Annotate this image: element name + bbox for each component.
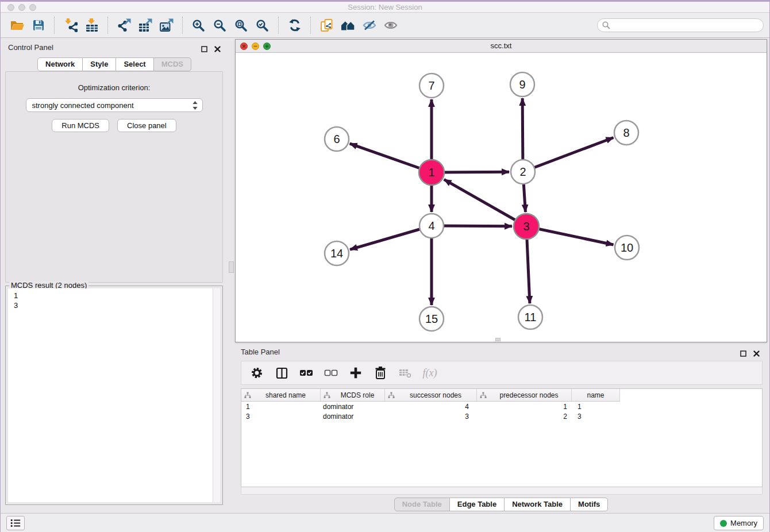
create-column-plus-icon[interactable] [348, 365, 363, 380]
delete-column-trash-icon[interactable] [373, 365, 388, 380]
delete-table-icon[interactable] [398, 365, 413, 380]
status-bar: Memory [1, 513, 769, 532]
optimization-criterion-label: Optimization criterion: [6, 83, 222, 92]
graph-edge-3-1[interactable] [444, 179, 526, 226]
zoom-in-icon[interactable] [188, 15, 209, 36]
network-canvas[interactable]: 7968124314101511 [236, 53, 767, 342]
network-window-titlebar[interactable]: scc.txt [236, 40, 767, 53]
table-row[interactable]: 3 dominator 3 2 3 [241, 411, 762, 421]
graph-edge-2-8[interactable] [523, 137, 614, 172]
tab-style[interactable]: Style [83, 57, 116, 71]
toolbar-separator [107, 17, 108, 34]
table-horizontal-scrollbar[interactable] [241, 487, 763, 495]
graph-node-9[interactable] [510, 72, 534, 97]
graph-node-3[interactable] [514, 214, 539, 239]
graph-node-6[interactable] [325, 127, 349, 151]
show-all-networks-icon[interactable] [337, 15, 359, 36]
graph-node-4[interactable] [419, 214, 444, 238]
cell-successor-nodes[interactable]: 3 [385, 413, 477, 421]
close-panel-button[interactable]: Close panel [117, 119, 176, 132]
function-builder-icon[interactable]: f(x) [422, 365, 437, 380]
save-session-icon[interactable] [28, 15, 49, 36]
column-header-predecessor-nodes[interactable]: predecessor nodes [477, 389, 572, 402]
tab-node-table[interactable]: Node Table [394, 498, 450, 511]
search-box[interactable] [597, 18, 764, 32]
tab-motifs[interactable]: Motifs [571, 498, 608, 511]
import-table-icon[interactable] [81, 15, 102, 36]
cell-mcds-role[interactable]: dominator [321, 413, 385, 421]
cell-mcds-role[interactable]: dominator [321, 403, 385, 411]
network-close-button[interactable] [240, 43, 248, 50]
close-panel-icon[interactable] [214, 44, 221, 55]
criterion-dropdown[interactable]: strongly connected component [26, 98, 203, 112]
graph-node-11[interactable] [518, 305, 542, 329]
panel-splitter-handle[interactable] [229, 261, 234, 273]
cell-successor-nodes[interactable]: 4 [385, 403, 477, 411]
column-header-shared-name[interactable]: shared name [241, 389, 321, 402]
unselect-all-columns-icon[interactable] [324, 365, 338, 380]
memory-button[interactable]: Memory [714, 516, 764, 530]
zoom-selected-icon[interactable] [252, 15, 273, 36]
app-minimize-button[interactable] [18, 4, 25, 11]
graph-node-15[interactable] [419, 307, 444, 331]
table-settings-gear-icon[interactable] [249, 365, 264, 380]
tab-edge-table[interactable]: Edge Table [450, 498, 505, 511]
result-item: 3 [14, 300, 213, 310]
mcds-result-list[interactable]: 1 3 [8, 288, 213, 502]
result-scrollbar[interactable] [213, 288, 220, 502]
float-table-panel-icon[interactable] [740, 349, 746, 359]
graph-node-8[interactable] [614, 121, 638, 145]
cell-name[interactable]: 1 [572, 403, 620, 411]
tab-mcds[interactable]: MCDS [154, 57, 191, 71]
search-input[interactable] [613, 21, 759, 30]
cell-predecessor-nodes[interactable]: 1 [477, 403, 572, 411]
app-close-button[interactable] [7, 4, 14, 11]
run-mcds-button[interactable]: Run MCDS [52, 119, 109, 132]
apply-layout-icon[interactable] [284, 15, 305, 36]
show-hidden-icon[interactable] [380, 15, 401, 36]
memory-status-dot [720, 520, 727, 527]
task-history-list-icon[interactable] [6, 516, 25, 530]
network-zoom-button[interactable] [263, 43, 271, 50]
column-header-mcds-role[interactable]: MCDS role [321, 389, 385, 402]
network-minimize-button[interactable] [252, 43, 259, 50]
cell-shared-name[interactable]: 1 [241, 403, 321, 411]
import-network-icon[interactable] [60, 15, 81, 36]
float-panel-icon[interactable] [201, 44, 207, 55]
app-zoom-button[interactable] [29, 4, 36, 11]
cell-predecessor-nodes[interactable]: 2 [477, 413, 572, 421]
select-all-columns-icon[interactable] [299, 365, 314, 380]
export-network-icon[interactable] [113, 15, 134, 36]
column-header-name[interactable]: name [572, 389, 620, 402]
graph-node-10[interactable] [615, 236, 639, 260]
cell-shared-name[interactable]: 3 [241, 413, 321, 421]
result-item: 1 [14, 291, 213, 300]
search-icon [602, 21, 610, 29]
tab-network-table[interactable]: Network Table [505, 498, 571, 511]
export-table-icon[interactable] [134, 15, 156, 36]
hide-selected-icon[interactable] [359, 15, 380, 36]
table-header-row: shared name MCDS role successor nodes pr… [241, 389, 762, 402]
new-network-from-selection-icon[interactable] [316, 15, 337, 36]
zoom-out-icon[interactable] [209, 15, 230, 36]
table-row[interactable]: 1 dominator 4 1 1 [241, 402, 762, 411]
show-column-panel-icon[interactable] [274, 365, 289, 380]
graph-node-14[interactable] [325, 241, 349, 265]
tab-select[interactable]: Select [116, 57, 153, 71]
graph-node-7[interactable] [419, 74, 444, 98]
export-image-icon[interactable] [156, 15, 177, 36]
edge-layer [350, 98, 614, 305]
graph-node-2[interactable] [511, 160, 535, 184]
column-header-successor-nodes[interactable]: successor nodes [385, 389, 477, 402]
memory-label: Memory [730, 519, 757, 527]
graph-node-1[interactable] [419, 160, 444, 185]
close-table-panel-icon[interactable] [753, 349, 760, 359]
network-scroll-handle[interactable] [495, 338, 500, 341]
app-window-controls[interactable] [7, 4, 36, 11]
table-panel: Table Panel f(x) [235, 344, 767, 511]
tab-network[interactable]: Network [37, 57, 83, 71]
open-session-icon[interactable] [6, 15, 28, 36]
table-toolbar: f(x) [241, 361, 763, 385]
cell-name[interactable]: 3 [572, 413, 620, 421]
fit-content-icon[interactable] [230, 15, 252, 36]
